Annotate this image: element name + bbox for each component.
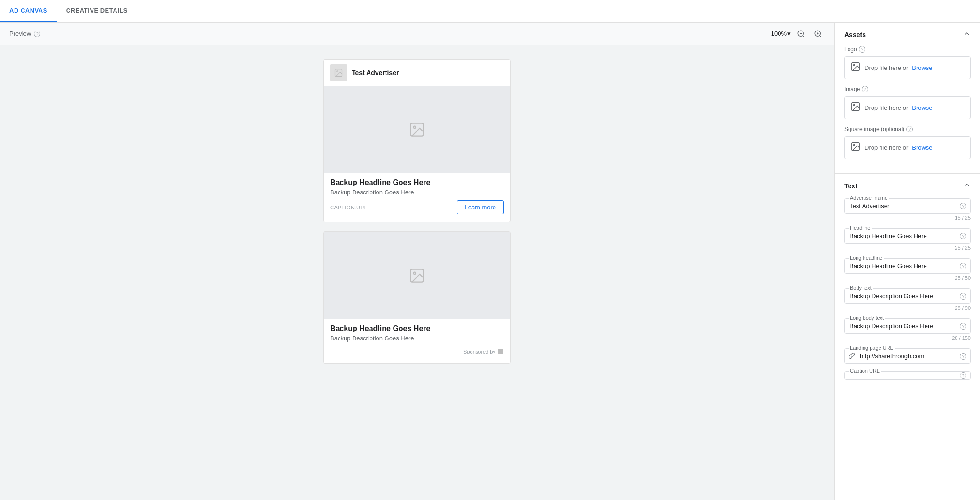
caption-url-field-label: Caption URL [849,368,881,374]
text-section-title: Text [844,182,857,190]
ad-card-2-footer: Sponsored by [330,346,504,358]
square-image-icon [850,141,861,154]
landing-page-url-field-wrapper[interactable]: Landing page URL http://sharethrough.com… [844,348,971,364]
ad-card-1-description: Backup Description Goes Here [330,189,504,196]
long-headline-char-count: 25 / 50 [844,275,971,281]
text-collapse-icon[interactable] [963,181,971,191]
long-body-text-field-group: Long body text Backup Description Goes H… [844,318,971,341]
advertiser-name-field-wrapper[interactable]: Advertiser name Test Advertiser ? [844,198,971,214]
sponsored-text: Sponsored by [463,348,504,355]
zoom-controls: 100% ▾ [771,27,825,40]
square-image-asset-row: Square image (optional) ? Drop file here… [844,126,971,159]
svg-point-17 [853,104,855,106]
logo-asset-row: Logo ? Drop file here or Browse [844,46,971,79]
svg-line-4 [819,35,821,37]
headline-field-group: Headline Backup Headline Goes Here ? 25 … [844,228,971,251]
long-body-text-char-count: 28 / 150 [844,335,971,341]
svg-point-15 [853,64,855,66]
ad-card-1: Test Advertiser Backup Headline Goes Her… [323,59,511,222]
ad-card-1-footer: CAPTION.URL Learn more [330,200,504,216]
long-body-text-field-value[interactable]: Backup Description Goes Here [849,323,933,330]
headline-field-wrapper[interactable]: Headline Backup Headline Goes Here ? [844,228,971,244]
advertiser-name-field-label: Advertiser name [849,195,889,200]
long-body-text-field-label: Long body text [849,315,885,321]
headline-info-icon[interactable]: ? [960,233,966,239]
ad-card-2: Backup Headline Goes Here Backup Descrip… [323,231,511,364]
zoom-dropdown-icon[interactable]: ▾ [787,30,791,37]
long-headline-field-wrapper[interactable]: Long headline Backup Headline Goes Here … [844,258,971,274]
advertiser-name-char-count: 15 / 25 [844,215,971,221]
body-text-field-label: Body text [849,285,873,291]
square-image-help-icon[interactable]: ? [906,126,913,132]
logo-drop-text: Drop file here or [864,64,908,71]
zoom-in-button[interactable] [811,27,825,40]
square-image-upload-box[interactable]: Drop file here or Browse [844,136,971,159]
image-upload-box[interactable]: Drop file here or Browse [844,96,971,119]
landing-page-url-info-icon[interactable]: ? [960,353,966,360]
logo-label-row: Logo ? [844,46,971,53]
ad-card-1-body: Backup Headline Goes Here Backup Descrip… [324,173,510,222]
main-layout: Preview ? 100% ▾ [0,23,980,500]
landing-page-url-field-group: Landing page URL http://sharethrough.com… [844,348,971,364]
logo-upload-box[interactable]: Drop file here or Browse [844,56,971,79]
body-text-field-wrapper[interactable]: Body text Backup Description Goes Here ? [844,288,971,304]
landing-page-url-field-label: Landing page URL [849,345,895,351]
preview-area: Preview ? 100% ▾ [0,23,834,500]
svg-point-10 [414,126,416,128]
top-nav: AD CANVAS CREATIVE DETAILS [0,0,980,23]
square-image-browse-link[interactable]: Browse [912,144,932,151]
body-text-field-value[interactable]: Backup Description Goes Here [849,292,933,300]
body-text-char-count: 28 / 90 [844,305,971,311]
square-image-label: Square image (optional) [844,126,904,132]
logo-label: Logo [844,46,857,53]
zoom-level: 100% [771,30,787,37]
zoom-selector[interactable]: 100% ▾ [771,30,791,37]
preview-label-group: Preview ? [9,30,40,37]
advertiser-logo-placeholder [330,64,347,81]
preview-label: Preview [9,30,31,37]
preview-content: Test Advertiser Backup Headline Goes Her… [323,59,511,486]
ad-card-2-image [324,232,510,319]
zoom-out-button[interactable] [795,27,808,40]
long-body-text-field-wrapper[interactable]: Long body text Backup Description Goes H… [844,318,971,334]
long-body-text-info-icon[interactable]: ? [960,323,966,330]
ad-card-1-headline: Backup Headline Goes Here [330,178,504,187]
landing-page-url-value[interactable]: http://sharethrough.com [860,353,924,360]
assets-section: Assets Logo ? [835,23,980,174]
long-headline-info-icon[interactable]: ? [960,263,966,269]
svg-point-19 [853,144,855,146]
long-headline-field-value[interactable]: Backup Headline Goes Here [849,262,927,269]
learn-more-button[interactable]: Learn more [457,200,504,214]
caption-url-field-group: Caption URL ? [844,371,971,380]
image-drop-text: Drop file here or [864,104,908,111]
image-help-icon[interactable]: ? [862,86,868,92]
tab-creative-details[interactable]: CREATIVE DETAILS [57,0,137,22]
ad-card-2-body: Backup Headline Goes Here Backup Descrip… [324,319,510,363]
square-image-drop-text: Drop file here or [864,144,908,151]
text-section: Text Advertiser name Test Advertiser ? 1… [835,174,980,395]
body-text-info-icon[interactable]: ? [960,293,966,300]
ad-card-2-description: Backup Description Goes Here [330,335,504,342]
preview-help-icon[interactable]: ? [34,31,40,37]
logo-help-icon[interactable]: ? [859,46,865,53]
headline-field-label: Headline [849,225,872,231]
logo-image-icon [850,62,861,74]
headline-field-value[interactable]: Backup Headline Goes Here [849,232,927,239]
advertiser-name-info-icon[interactable]: ? [960,203,966,209]
tab-ad-canvas[interactable]: AD CANVAS [0,0,57,22]
assets-collapse-icon[interactable] [963,30,971,39]
svg-rect-13 [498,349,503,354]
headline-char-count: 25 / 25 [844,245,971,251]
advertiser-name-field-value[interactable]: Test Advertiser [849,202,889,209]
svg-point-12 [414,272,416,274]
assets-section-title: Assets [844,31,866,38]
text-section-header: Text [844,181,971,191]
preview-scroll[interactable]: Test Advertiser Backup Headline Goes Her… [0,45,834,500]
logo-browse-link[interactable]: Browse [912,64,932,71]
caption-url-field-wrapper[interactable]: Caption URL ? [844,371,971,380]
advertiser-name-display: Test Advertiser [352,69,399,77]
caption-url-display: CAPTION.URL [330,205,367,210]
caption-url-info-icon[interactable]: ? [960,372,966,379]
image-icon [850,101,861,114]
image-browse-link[interactable]: Browse [912,104,932,111]
